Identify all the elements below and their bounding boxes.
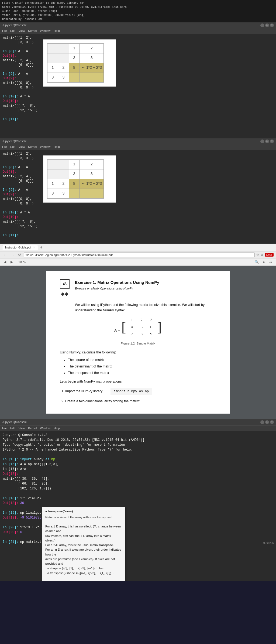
tooltip-line-7: ``a.shape = (i[0], i[1], ... i[n-2], i[n… — [45, 566, 122, 571]
browser-titlebar: Instructor Guide.pdf ✕ + — [0, 244, 276, 251]
step1-code: import numpy as np — [111, 388, 152, 395]
maximize-btn-3[interactable]: □ — [265, 420, 269, 424]
menu-file-2[interactable]: File — [2, 145, 7, 149]
matrix-diagram-2: 1 2 3 3 1 2 8 ← 1*2 + 2*3 3 3 — [43, 155, 116, 203]
minimize-btn-1[interactable]: ─ — [260, 23, 264, 27]
file-info-line2: Size: 760408028 bytes (72:53 MiB), durat… — [2, 5, 274, 9]
file-info-line4: Video: h264, yuv420p, 1920x1080, 30.00 f… — [2, 13, 274, 17]
maximize-btn-2[interactable]: □ — [265, 139, 269, 143]
file-info-line1: File: A Brief Introduction to the NumPy … — [2, 1, 274, 5]
matrix-table-1: 1 2 3 3 1 2 8 ← 1*2 + 2*3 3 3 — [47, 43, 104, 83]
matrix-table-2: 1 2 3 3 1 2 8 ← 1*2 + 2*3 3 3 — [47, 159, 104, 199]
menu-edit-2[interactable]: Edit — [10, 145, 15, 149]
tooltip-line-1: Returns a view of the array with axes tr… — [45, 515, 122, 520]
menu-file-1[interactable]: File — [2, 29, 7, 33]
menu-kernel-2[interactable]: Kernel — [28, 145, 37, 149]
settings-icon[interactable]: ⚙ — [261, 253, 263, 257]
exercise-description: We will be using IPython and the followi… — [75, 302, 216, 313]
close-btn-3[interactable]: ✕ — [270, 420, 274, 424]
tooltip-title: a.transpose(*axes) — [45, 509, 122, 514]
pdf-search-btn[interactable]: 🔍 — [254, 260, 260, 264]
console3-titlebar: Jupyter QtConsole ─ □ ✕ — [0, 419, 276, 425]
console2-titlebar: Jupyter QtConsole ─ □ ✕ — [0, 138, 276, 144]
bullet-item-3: The transpose of the matrix — [68, 370, 216, 376]
menu-help-1[interactable]: Help — [54, 29, 60, 33]
matrix-grid: 123 456 789 — [128, 317, 155, 337]
jupyter-version: Jupyter QtConsole 4.4.3 — [3, 433, 47, 437]
minimize-btn-3[interactable]: ─ — [260, 420, 264, 424]
menu-edit-3[interactable]: Edit — [10, 426, 15, 431]
menu-kernel-1[interactable]: Kernel — [28, 29, 37, 33]
reload-button[interactable]: ↺ — [17, 252, 22, 257]
menu-view-3[interactable]: View — [19, 426, 25, 431]
step2-text: Create a two-dimensional array storing t… — [65, 399, 140, 403]
menu-window-2[interactable]: Window — [40, 145, 50, 149]
python-version: Python 3.7.1 (default, Dec 10 2018, 22:5… — [3, 438, 144, 442]
file-info-bar: File: A Brief Introduction to the NumPy … — [0, 0, 276, 22]
menu-window-1[interactable]: Window — [40, 29, 50, 33]
exercise-title: Exercise 1: Matrix Operations Using NumP… — [75, 279, 159, 286]
page-number: 43 — [63, 281, 67, 287]
maximize-btn-1[interactable]: □ — [265, 23, 269, 27]
tooltip-line-6: axes are permuted (see Examples). If axe… — [45, 557, 122, 566]
step1-text: Import the NumPy library. — [65, 389, 103, 393]
back-button[interactable]: ← — [2, 252, 8, 257]
menu-edit-1[interactable]: Edit — [10, 29, 15, 33]
error-badge: Error — [265, 253, 274, 257]
titlebar-buttons-2: ─ □ ✕ — [260, 139, 274, 143]
tooltip-line-4: For a 2-D array, this is the usual matri… — [45, 543, 122, 547]
menu-kernel-3[interactable]: Kernel — [28, 426, 37, 431]
pdf-download-btn[interactable]: ⬇ — [261, 260, 266, 264]
pdf-tab-title: Instructor Guide.pdf — [5, 246, 31, 249]
pdf-print-btn[interactable]: 🖨 — [268, 260, 273, 264]
menu-window-3[interactable]: Window — [40, 426, 50, 431]
forward-button[interactable]: → — [10, 252, 15, 257]
bracket-right: ] — [157, 320, 162, 334]
menu-file-3[interactable]: File — [2, 426, 7, 431]
pdf-tab-close[interactable]: ✕ — [33, 246, 35, 249]
matrix-label: A = — [114, 328, 122, 332]
steps-list: Import the NumPy library. import numpy a… — [65, 386, 216, 404]
bullet-item-2: The determinant of the matrix — [68, 364, 216, 369]
console1-content: matrix([[1, 2], [3, 3]]) In [8]: A + A O… — [0, 34, 276, 147]
console1-titlebar: Jupyter QtConsole ─ □ ✕ — [0, 22, 276, 28]
minimize-btn-2[interactable]: ─ — [260, 139, 264, 143]
step-2: Create a two-dimensional array storing t… — [65, 398, 216, 404]
tooltip-line-3: row vectors, first cast the 1-D array in… — [45, 534, 122, 543]
lets-begin-label: Let's begin with NumPy matrix operations… — [60, 379, 216, 384]
console2-menubar: File Edit View Kernel Window Help — [0, 144, 276, 150]
console3-header: Jupyter QtConsole 4.4.3 Python 3.7.1 (de… — [3, 433, 273, 452]
pdf-prev-page[interactable]: ◀ — [3, 260, 7, 264]
new-tab-btn[interactable]: + — [40, 245, 43, 250]
menu-help-3[interactable]: Help — [54, 426, 60, 431]
menu-help-2[interactable]: Help — [54, 145, 60, 149]
pdf-tab[interactable]: Instructor Guide.pdf ✕ — [2, 245, 38, 250]
menu-view-1[interactable]: View — [19, 29, 25, 33]
pdf-page: 43 ◆◆ Exercise 1: Matrix Operations Usin… — [46, 271, 230, 414]
pdf-content: 43 ◆◆ Exercise 1: Matrix Operations Usin… — [0, 266, 276, 419]
tooltip-line-5: For an n-D array, if axes are given, the… — [45, 547, 122, 557]
figure-caption: Figure 1.2: Simple Matrix — [60, 341, 216, 346]
console1-title: Jupyter QtConsole — [2, 23, 27, 27]
jupyter-console-3: Jupyter QtConsole ─ □ ✕ File Edit View K… — [0, 419, 276, 581]
matrix-bracket: [ 123 456 789 ] — [122, 317, 162, 337]
pdf-page-header: 43 ◆◆ Exercise 1: Matrix Operations Usin… — [60, 279, 216, 298]
menu-view-2[interactable]: View — [19, 145, 25, 149]
file-info-line3: Audio: aac, 48000 Hz, stereo (eng) — [2, 9, 274, 13]
console3-title: Jupyter QtConsole — [2, 420, 27, 424]
matrix-formula: A = [ 123 456 789 ] — [60, 317, 216, 337]
pdf-viewer: Instructor Guide.pdf ✕ + ← → ↺ ☆ ⚙ Error… — [0, 244, 276, 419]
tooltip-popup: a.transpose(*axes) Returns a view of the… — [42, 507, 125, 581]
step-1: Import the NumPy library. import numpy a… — [65, 386, 216, 397]
tooltip-line-2: For a 1-D array, this has no effect. (To… — [45, 524, 122, 534]
file-info-line5: Generated by Thumbnail.me — [2, 17, 274, 21]
titlebar-buttons-1: ─ □ ✕ — [260, 23, 274, 27]
console3-menubar: File Edit View Kernel Window Help — [0, 425, 276, 431]
star-icon[interactable]: ☆ — [256, 253, 259, 257]
close-btn-1[interactable]: ✕ — [270, 23, 274, 27]
using-numpy-label: Using NumPy, calculate the following: — [60, 350, 216, 355]
close-btn-2[interactable]: ✕ — [270, 139, 274, 143]
url-bar[interactable] — [24, 253, 255, 257]
pdf-next-page[interactable]: ▶ — [9, 260, 14, 264]
console2-title: Jupyter QtConsole — [2, 139, 27, 143]
